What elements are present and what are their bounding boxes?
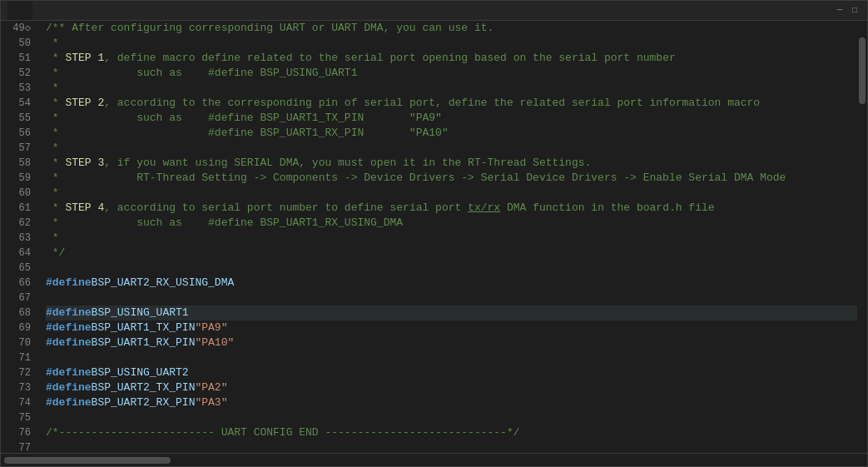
- line-number: 69: [1, 320, 36, 335]
- line-number: 77: [1, 440, 36, 453]
- code-line: [46, 261, 857, 276]
- line-number: 73: [1, 380, 36, 395]
- line-number: 72: [1, 365, 36, 380]
- line-number: 50: [1, 36, 36, 51]
- code-line: * STEP 3, if you want using SERIAL DMA, …: [46, 156, 857, 171]
- code-line: *: [46, 186, 857, 201]
- editor-tab[interactable]: [7, 1, 32, 20]
- code-line: #define BSP_UART1_TX_PIN "PA9": [46, 320, 857, 335]
- line-number: 70: [1, 335, 36, 350]
- line-number: 54: [1, 96, 36, 111]
- line-number: 66: [1, 276, 36, 291]
- line-number: 74: [1, 395, 36, 410]
- editor-container: 49◇5051525354555657585960616263646566676…: [1, 21, 867, 453]
- title-bar: ─ □: [1, 1, 867, 21]
- line-number: 65: [1, 261, 36, 276]
- vertical-scrollbar[interactable]: [857, 21, 867, 453]
- line-number: 67: [1, 291, 36, 306]
- line-number: 55: [1, 111, 36, 126]
- line-number: 53: [1, 81, 36, 96]
- code-line: #define BSP_UART2_RX_USING_DMA: [46, 276, 857, 291]
- line-number: 58: [1, 156, 36, 171]
- scrollbar-thumb[interactable]: [859, 37, 866, 104]
- code-line: /** After configuring corresponding UART…: [46, 21, 857, 36]
- line-number: 75: [1, 410, 36, 425]
- h-scrollbar-thumb[interactable]: [4, 457, 171, 464]
- line-number: 59: [1, 171, 36, 186]
- line-number: 62: [1, 216, 36, 231]
- line-number: 64: [1, 246, 36, 261]
- line-number: 49◇: [1, 21, 36, 36]
- code-line: #define BSP_UART2_TX_PIN "PA2": [46, 380, 857, 395]
- line-number: 57: [1, 141, 36, 156]
- line-number: 56: [1, 126, 36, 141]
- line-number: 63: [1, 231, 36, 246]
- line-number: 71: [1, 350, 36, 365]
- code-area[interactable]: /** After configuring corresponding UART…: [42, 21, 857, 453]
- code-line: * such as #define BSP_USING_UART1: [46, 66, 857, 81]
- code-line: */: [46, 246, 857, 261]
- code-line: * #define BSP_UART1_RX_PIN "PA10": [46, 126, 857, 141]
- line-number: 60: [1, 186, 36, 201]
- code-line: [46, 440, 857, 453]
- code-line: * STEP 4, according to serial port numbe…: [46, 201, 857, 216]
- line-number: 61: [1, 201, 36, 216]
- horizontal-scrollbar[interactable]: [1, 455, 867, 465]
- code-line: *: [46, 36, 857, 51]
- bottom-bar: [1, 453, 867, 466]
- minimize-button[interactable]: ─: [834, 5, 846, 17]
- line-number: 51: [1, 51, 36, 66]
- maximize-button[interactable]: □: [849, 5, 861, 17]
- line-number: 76: [1, 425, 36, 440]
- line-numbers: 49◇5051525354555657585960616263646566676…: [1, 21, 42, 453]
- code-line: #define BSP_USING_UART1: [46, 306, 857, 320]
- code-line: *: [46, 81, 857, 96]
- code-line: [46, 291, 857, 306]
- code-line: [46, 350, 857, 365]
- code-line: #define BSP_USING_UART2: [46, 365, 857, 380]
- code-line: * such as #define BSP_UART1_RX_USING_DMA: [46, 216, 857, 231]
- code-line: *: [46, 231, 857, 246]
- code-line: *: [46, 141, 857, 156]
- line-number: 68: [1, 306, 36, 320]
- line-number: 52: [1, 66, 36, 81]
- code-line: * RT-Thread Setting -> Components -> Dev…: [46, 171, 857, 186]
- code-line: * STEP 1, define macro define related to…: [46, 51, 857, 66]
- code-line: * such as #define BSP_UART1_TX_PIN "PA9": [46, 111, 857, 126]
- window-controls: ─ □: [834, 5, 861, 17]
- code-line: [46, 410, 857, 425]
- code-line: * STEP 2, according to the corresponding…: [46, 96, 857, 111]
- code-line: /*------------------------ UART CONFIG E…: [46, 425, 857, 440]
- code-line: #define BSP_UART1_RX_PIN "PA10": [46, 335, 857, 350]
- main-window: ─ □ 49◇505152535455565758596061626364656…: [0, 0, 868, 467]
- code-line: #define BSP_UART2_RX_PIN "PA3": [46, 395, 857, 410]
